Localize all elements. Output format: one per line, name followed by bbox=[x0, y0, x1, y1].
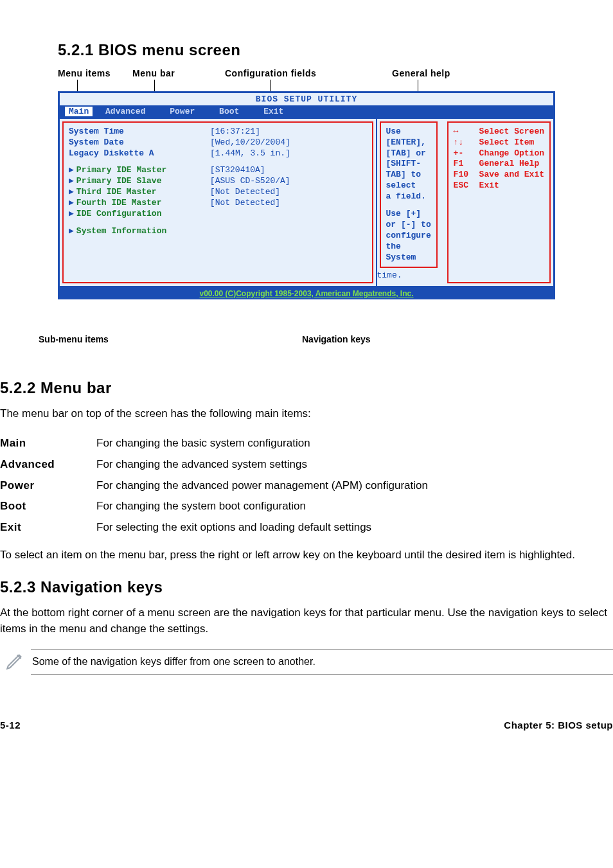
bios-nav-keys: ↔Select Screen ↑↓Select Item +-Change Op… bbox=[447, 121, 551, 283]
row-system-date[interactable]: System Date[Wed,10/20/2004] bbox=[69, 137, 367, 148]
row-system-time[interactable]: System Time[16:37:21] bbox=[69, 127, 367, 137]
bios-screenshot: BIOS SETUP UTILITY Main Advanced Power B… bbox=[58, 91, 555, 288]
bios-tab-exit[interactable]: Exit bbox=[263, 107, 283, 116]
bottom-callout-labels: Sub-menu items Navigation keys bbox=[0, 334, 613, 347]
help-line: configure the System bbox=[386, 231, 431, 262]
row-system-information[interactable]: ▶System Information bbox=[69, 226, 367, 237]
help-line: [SHIFT-TAB] to select bbox=[386, 159, 431, 191]
note-text: Some of the navigation keys differ from … bbox=[31, 649, 613, 675]
help-line: Use [ENTER], [TAB] or bbox=[386, 127, 431, 159]
def-row: BootFor changing the system boot configu… bbox=[0, 496, 428, 517]
pencil-icon bbox=[0, 650, 31, 674]
chapter-label: Chapter 5: BIOS setup bbox=[504, 720, 613, 731]
bios-tab-boot[interactable]: Boot bbox=[219, 107, 239, 116]
nav-row: +-Change Option bbox=[454, 148, 544, 159]
help-line: a field. bbox=[386, 191, 431, 202]
label-menu-items: Menu items bbox=[58, 68, 111, 78]
navkeys-para: At the bottom right corner of a menu scr… bbox=[0, 605, 613, 637]
row-third-ide-master[interactable]: ▶Third IDE Master[Not Detected] bbox=[69, 187, 367, 198]
def-row: ExitFor selecting the exit options and l… bbox=[0, 517, 428, 538]
submenu-arrow-icon: ▶ bbox=[69, 209, 74, 218]
note-box: Some of the navigation keys differ from … bbox=[0, 649, 613, 675]
label-menu-bar: Menu bar bbox=[132, 68, 175, 78]
heading-521: 5.2.1 BIOS menu screen bbox=[58, 41, 555, 59]
nav-row: ↔Select Screen bbox=[454, 127, 544, 137]
nav-row: F10Save and Exit bbox=[454, 170, 544, 181]
row-legacy-diskette[interactable]: Legacy Diskette A[1.44M, 3.5 in.] bbox=[69, 148, 367, 159]
label-general-help: General help bbox=[392, 68, 450, 78]
menubar-definitions: MainFor changing the basic system config… bbox=[0, 433, 428, 538]
submenu-arrow-icon: ▶ bbox=[69, 165, 74, 175]
menubar-intro: The menu bar on top of the screen has th… bbox=[0, 406, 613, 422]
submenu-arrow-icon: ▶ bbox=[69, 176, 74, 186]
row-fourth-ide-master[interactable]: ▶Fourth IDE Master[Not Detected] bbox=[69, 198, 367, 209]
label-submenu-items: Sub-menu items bbox=[39, 334, 109, 344]
label-navigation-keys: Navigation keys bbox=[302, 334, 371, 344]
bios-help-panel: Use [ENTER], [TAB] or [SHIFT-TAB] to sel… bbox=[380, 121, 438, 269]
bios-left-panel: System Time[16:37:21] System Date[Wed,10… bbox=[62, 121, 373, 283]
row-ide-configuration[interactable]: ▶IDE Configuration bbox=[69, 209, 367, 220]
def-row: MainFor changing the basic system config… bbox=[0, 433, 428, 454]
help-line: Use [+] or [-] to bbox=[386, 209, 431, 231]
nav-row: ESCExit bbox=[454, 181, 544, 191]
bios-title: BIOS SETUP UTILITY bbox=[60, 93, 553, 105]
nav-row: ↑↓Select Item bbox=[454, 137, 544, 148]
label-config-fields: Configuration fields bbox=[225, 68, 316, 78]
submenu-arrow-icon: ▶ bbox=[69, 198, 74, 208]
bios-menubar: Main Advanced Power Boot Exit bbox=[60, 105, 553, 119]
submenu-arrow-icon: ▶ bbox=[69, 226, 74, 236]
bios-tab-advanced[interactable]: Advanced bbox=[105, 107, 145, 116]
nav-row: F1General Help bbox=[454, 159, 544, 170]
bios-tab-power[interactable]: Power bbox=[170, 107, 195, 116]
submenu-arrow-icon: ▶ bbox=[69, 187, 74, 197]
page-footer: 5-12 Chapter 5: BIOS setup bbox=[0, 720, 613, 731]
heading-523: 5.2.3 Navigation keys bbox=[0, 578, 613, 596]
def-row: AdvancedFor changing the advanced system… bbox=[0, 454, 428, 475]
page-number: 5-12 bbox=[0, 720, 21, 731]
top-callout-labels: Menu items Menu bar Configuration fields… bbox=[58, 68, 555, 91]
def-row: PowerFor changing the advanced power man… bbox=[0, 475, 428, 497]
bios-tab-main[interactable]: Main bbox=[65, 107, 93, 116]
help-line: time. bbox=[377, 270, 440, 281]
row-primary-ide-master[interactable]: ▶Primary IDE Master[ST320410A] bbox=[69, 165, 367, 176]
menubar-outro: To select an item on the menu bar, press… bbox=[0, 547, 613, 563]
row-primary-ide-slave[interactable]: ▶Primary IDE Slave[ASUS CD-S520/A] bbox=[69, 176, 367, 187]
bios-copyright: v00.00 (C)Copyright 1985-2003, American … bbox=[58, 288, 555, 299]
heading-522: 5.2.2 Menu bar bbox=[0, 379, 613, 397]
